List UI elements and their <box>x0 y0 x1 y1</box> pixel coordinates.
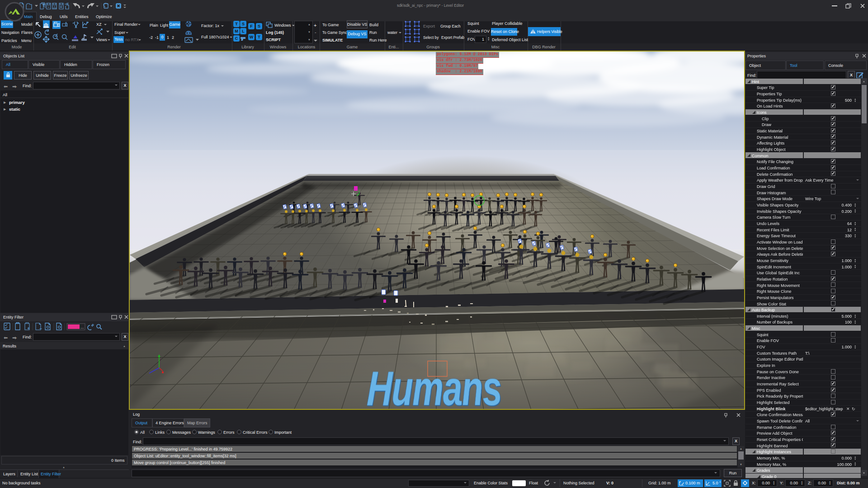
svg-text:P: P <box>86 21 89 25</box>
svg-text:...: ... <box>80 325 84 329</box>
